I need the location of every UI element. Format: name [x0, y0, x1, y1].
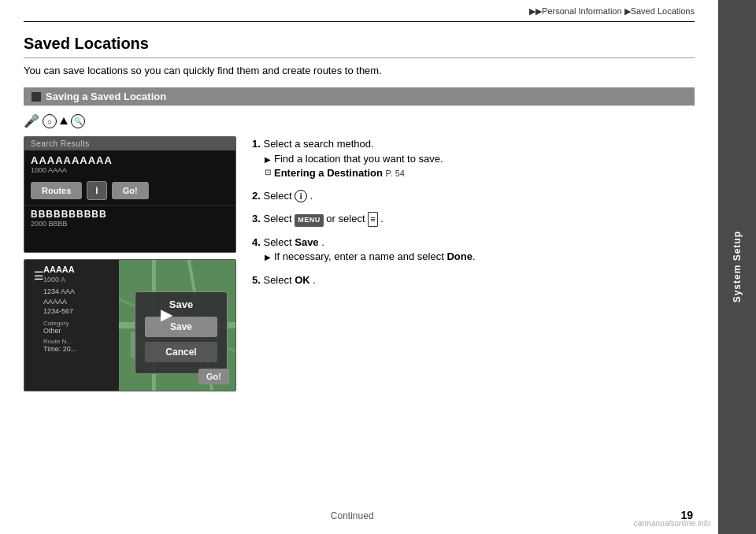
step5-number: 5. — [252, 274, 261, 286]
step2-end: . — [310, 190, 313, 202]
breadcrumb-arrows: ▶▶ — [529, 6, 542, 16]
step4-arrow-icon: ▶ — [265, 251, 271, 263]
mic-icon: 🎤 — [24, 113, 39, 128]
step1-ref-text: P. 54 — [386, 169, 405, 178]
screen2-category-val: Other — [43, 327, 114, 335]
step3-number: 3. — [252, 213, 261, 224]
screen2-map: Save Save Cancel Go! ▶ — [119, 260, 235, 391]
sidebar: System Setup — [718, 0, 756, 534]
step-4: 4. Select Save . ▶ If necessary, enter a… — [252, 235, 695, 265]
screen1-item1-title: AAAAAAAAAA — [31, 154, 229, 166]
breadcrumb-part2: Saved Locations — [631, 6, 695, 16]
step-5: 5. Select OK . — [252, 273, 695, 288]
breadcrumb: ▶▶Personal Information ▶Saved Locations — [24, 0, 695, 22]
icons-row: 🎤 ⌂ 🔍 — [24, 113, 695, 128]
breadcrumb-arrow2: ▶ — [624, 6, 631, 16]
step3-text-mid: or select — [326, 213, 365, 224]
step1-indent1: ▶ Find a location that you want to save. — [265, 152, 695, 166]
step5-text: Select — [263, 274, 291, 286]
step2-text: Select — [263, 190, 291, 202]
step5-end: . — [313, 274, 316, 286]
screenshots-column: Search Results AAAAAAAAAA 1000 AAAA Rout… — [24, 136, 236, 398]
step4-number: 4. — [252, 236, 261, 248]
step4-done-end: . — [472, 250, 476, 262]
screen1-item1-subtitle: 1000 AAAA — [31, 166, 229, 174]
step2-info-icon: i — [295, 190, 307, 202]
footer: Continued 19 — [24, 509, 693, 521]
section-header: Saving a Saved Location — [24, 87, 695, 106]
instructions-column: 1. Select a search method. ▶ Find a loca… — [252, 136, 695, 295]
screen2-title: AAAAA — [43, 265, 114, 274]
search-icon: 🔍 — [71, 114, 85, 128]
breadcrumb-part1: Personal Information — [542, 6, 622, 16]
step1-indent1-text: Find a location that you want to save. — [274, 152, 443, 166]
step4-end: . — [321, 236, 324, 248]
step4-indent-text: If necessary, enter a name and select Do… — [274, 250, 476, 264]
step3-list-icon: ≡ — [368, 212, 377, 227]
step3-menu-button: MENU — [295, 214, 324, 227]
screen2-addr: 1000 A — [43, 276, 114, 284]
go-button-2[interactable]: Go! — [198, 369, 229, 384]
step4-save-link: Save — [295, 236, 318, 248]
step1-indent2-text: Entering a Destination P. 54 — [274, 166, 405, 180]
step1-page-ref: P. 54 — [386, 167, 405, 179]
screen1-item2-title: BBBBBBBBBB — [31, 209, 229, 220]
step2-number: 2. — [252, 190, 261, 202]
screen2-line3: 1234-567 — [43, 306, 114, 317]
sidebar-label: System Setup — [732, 231, 743, 302]
continued-text: Continued — [24, 510, 680, 521]
main-content: ▶▶Personal Information ▶Saved Locations … — [0, 0, 718, 534]
section-label: Saving a Saved Location — [46, 91, 166, 102]
screen2-line2: AAAAA — [43, 297, 114, 307]
step4-done-link: Done — [447, 250, 472, 262]
screen-mockup-1: Search Results AAAAAAAAAA 1000 AAAA Rout… — [24, 136, 236, 253]
save-overlay-cancel-button[interactable]: Cancel — [145, 342, 217, 362]
step1-arrow2-icon: ⊡ — [265, 166, 271, 178]
go-button-1[interactable]: Go! — [112, 182, 149, 199]
screen2-category-label: Category — [43, 320, 114, 327]
screen2-line1: 1234 AAA — [43, 287, 114, 297]
screen1-item2-subtitle: 2000 BBBB — [31, 220, 229, 228]
nav-icon — [60, 117, 68, 124]
screen1-item2: BBBBBBBBBB 2000 BBBB — [24, 205, 235, 230]
section-square-icon — [32, 92, 41, 102]
step1-indent2: ⊡ Entering a Destination P. 54 — [265, 166, 695, 180]
step4-text: Select — [263, 236, 291, 248]
home-icon: ⌂ — [43, 114, 57, 128]
step3-end: . — [380, 213, 384, 224]
content-area: Search Results AAAAAAAAAA 1000 AAAA Rout… — [24, 136, 695, 398]
hamburger-icon: ☰ — [34, 269, 44, 282]
watermark: carmanualsonline.info — [634, 519, 710, 528]
screen1-inner: Search Results AAAAAAAAAA 1000 AAAA Rout… — [24, 137, 235, 252]
save-overlay-title: Save — [145, 299, 217, 310]
step3-text-pre: Select — [263, 213, 291, 224]
step1-text: Select a search method. — [263, 138, 373, 150]
screen1-header: Search Results — [24, 137, 235, 150]
screen2-layout: ☰ AAAAA 1000 A 1234 AAA AAAAA 1234-567 C… — [24, 260, 235, 391]
screen1-buttons: Routes i Go! — [24, 176, 235, 205]
step5-ok-link: OK — [295, 274, 310, 286]
save-overlay: Save Save Cancel — [135, 291, 228, 374]
step1-arrow-icon: ▶ — [265, 154, 271, 165]
screen2-route-val: Time: 20... — [43, 345, 114, 353]
step-3: 3. Select MENU or select ≡ . — [252, 211, 695, 227]
screen2-left-panel: ☰ AAAAA 1000 A 1234 AAA AAAAA 1234-567 C… — [24, 260, 119, 391]
save-overlay-save-button[interactable]: Save — [145, 317, 217, 337]
step4-indent: ▶ If necessary, enter a name and select … — [265, 250, 695, 264]
routes-button[interactable]: Routes — [31, 182, 82, 199]
page-title: Saved Locations — [24, 35, 695, 58]
info-button[interactable]: i — [87, 181, 106, 200]
step1-entering-destination: Entering a Destination — [274, 167, 383, 179]
screen1-item1: AAAAAAAAAA 1000 AAAA — [24, 150, 235, 176]
screen-mockup-2: ☰ AAAAA 1000 A 1234 AAA AAAAA 1234-567 C… — [24, 259, 236, 391]
direction-arrow-icon: ▶ — [161, 305, 172, 347]
page-subtitle: You can save locations so you can quickl… — [24, 65, 695, 76]
step-1: 1. Select a search method. ▶ Find a loca… — [252, 136, 695, 180]
step-2: 2. Select i . — [252, 188, 695, 204]
screen2-route-label: Route N... — [43, 338, 114, 345]
screen2-lines: 1234 AAA AAAAA 1234-567 — [43, 287, 114, 317]
step4-indent-text1: If necessary, enter a name and select — [274, 250, 444, 262]
step1-number: 1. — [252, 138, 261, 150]
